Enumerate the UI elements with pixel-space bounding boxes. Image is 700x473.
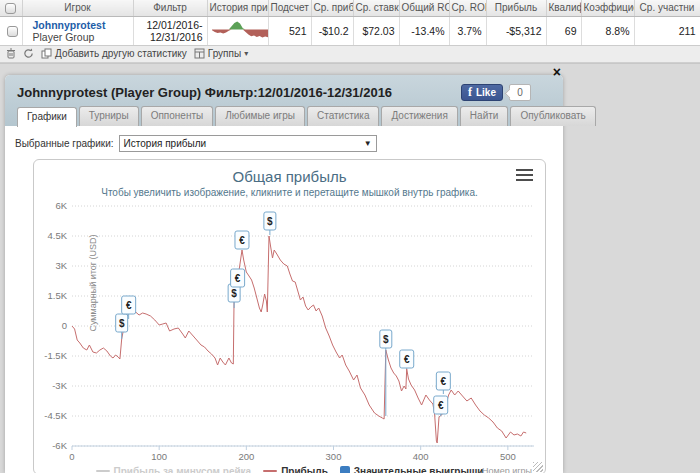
delete-button[interactable]	[6, 48, 16, 59]
close-icon[interactable]: ×	[553, 65, 561, 79]
resize-handle[interactable]	[533, 462, 543, 472]
refresh-button[interactable]	[23, 48, 34, 59]
svg-text:6K: 6K	[55, 200, 67, 211]
profit-chart: Общая прибыль Чтобы увеличить изображени…	[33, 159, 546, 473]
chart-subtitle: Чтобы увеличить изображение, кликните и …	[37, 187, 542, 198]
col-profit: Прибыль	[486, 0, 546, 16]
copy-icon	[41, 48, 52, 59]
legend-square-swatch	[340, 466, 350, 473]
svg-text:1.5K: 1.5K	[47, 290, 67, 301]
player-group-label: Player Group	[33, 31, 129, 43]
svg-text:€: €	[239, 235, 245, 246]
row-checkbox[interactable]	[7, 26, 18, 37]
x-axis-title: Номер игры	[482, 466, 532, 473]
col-ability: Коэффицие	[581, 0, 634, 16]
svg-text:$: $	[231, 288, 237, 299]
svg-text:-1.5K: -1.5K	[44, 350, 67, 361]
col-count: Подсчет	[268, 0, 311, 16]
tab-bar: Графики Турниры Оппоненты Любимые игры С…	[13, 106, 555, 126]
col-player: Игрок	[22, 0, 133, 16]
legend-item-profit-minus-rake[interactable]: Прибыль за минусом рейка	[96, 466, 252, 473]
legend-line-swatch	[263, 470, 277, 472]
add-statistic-button[interactable]: Добавить другую статистику	[41, 48, 187, 59]
y-axis-title: Суммарный итог (USD)	[88, 218, 98, 348]
stats-table-section: Игрок Фильтр История приб Подсчет Ср. пр…	[0, 0, 700, 64]
chart-plot-area[interactable]: 6K4.5K3K1.5K0-1.5K-3K-4.5K-6K01002003004…	[37, 198, 542, 462]
avg-roi-value: 3.7%	[449, 16, 486, 45]
profit-value: -$5,312	[486, 16, 546, 45]
chart-legend: Прибыль за минусом рейка Прибыль Значите…	[37, 463, 542, 473]
player-name-link[interactable]: Johnnyprotest	[33, 19, 129, 31]
facebook-f-icon: f	[468, 85, 472, 100]
tab-statistics[interactable]: Статистика	[307, 106, 380, 126]
like-count-badge: 0	[509, 84, 531, 101]
col-filter: Фильтр	[133, 0, 207, 16]
groups-button[interactable]: Группы ▾	[194, 48, 248, 59]
avg-entrants-value: 211	[634, 16, 700, 45]
graph-select-value: История прибыли	[124, 138, 206, 149]
chevron-down-icon: ▼	[364, 139, 372, 148]
legend-line-swatch	[96, 470, 110, 472]
table-row: Johnnyprotest Player Group 12/01/2016- 1…	[0, 16, 700, 45]
stats-table: Игрок Фильтр История приб Подсчет Ср. пр…	[0, 0, 700, 46]
tab-find[interactable]: Найти	[460, 106, 509, 126]
col-history: История приб	[207, 0, 268, 16]
legend-item-profit[interactable]: Прибыль	[263, 466, 328, 473]
like-label: Like	[476, 87, 496, 98]
selector-label: Выбранные графики:	[15, 138, 114, 149]
svg-text:0: 0	[62, 320, 67, 331]
svg-text:€: €	[404, 354, 410, 365]
filter-date-line1: 12/01/2016-	[138, 19, 203, 31]
panel-header: × f Like 0 Johnnyprotest (Player Group) …	[5, 75, 563, 126]
panel-body: Выбранные графики: История прибыли ▼ Общ…	[5, 126, 563, 473]
tab-favorite-games[interactable]: Любимые игры	[215, 106, 305, 126]
col-avg-stake: Ср. ставк	[353, 0, 399, 16]
legend-item-significant-wins[interactable]: Значительные выигрыши	[340, 466, 484, 473]
tab-achievements[interactable]: Достижения	[381, 106, 457, 126]
col-avg-entrants: Ср. участни	[634, 0, 700, 16]
trash-icon	[6, 48, 16, 59]
col-avg-profit: Ср. приб	[311, 0, 353, 16]
svg-text:€: €	[438, 400, 444, 411]
count-value: 521	[268, 16, 311, 45]
tab-tournaments[interactable]: Турниры	[79, 106, 139, 126]
svg-text:$: $	[119, 318, 125, 329]
groups-caret-icon: ▾	[244, 49, 248, 58]
stats-header-row: Игрок Фильтр История приб Подсчет Ср. пр…	[0, 0, 700, 16]
total-roi-value: -13.4%	[399, 16, 449, 45]
svg-text:€: €	[126, 300, 132, 311]
table-toolbar: Добавить другую статистику Группы ▾	[0, 46, 700, 63]
svg-text:4.5K: 4.5K	[47, 230, 67, 241]
col-total-roi: Общий ROI	[399, 0, 449, 16]
groups-label: Группы	[208, 48, 241, 59]
chart-title: Общая прибыль	[37, 168, 542, 185]
add-statistic-label: Добавить другую статистику	[55, 48, 187, 59]
graph-select[interactable]: История прибыли ▼	[119, 135, 377, 152]
avg-profit-value: -$10.2	[311, 16, 353, 45]
svg-text:400: 400	[413, 451, 429, 462]
filter-date-line2: 12/31/2016	[138, 31, 203, 43]
ability-value: 8.8%	[581, 16, 634, 45]
col-avg-roi: Ср. ROI	[449, 0, 486, 16]
chart-menu-icon[interactable]	[516, 169, 533, 184]
select-all-checkbox[interactable]	[5, 3, 16, 14]
avg-stake-value: $72.03	[353, 16, 399, 45]
svg-text:€: €	[235, 273, 241, 284]
tab-publish[interactable]: Опубликовать	[510, 106, 595, 126]
svg-text:100: 100	[151, 451, 167, 462]
svg-text:0: 0	[69, 451, 74, 462]
player-panel: × f Like 0 Johnnyprotest (Player Group) …	[5, 75, 563, 473]
svg-text:$: $	[267, 216, 273, 227]
facebook-like-widget: f Like 0	[461, 84, 531, 101]
svg-text:200: 200	[238, 451, 254, 462]
tab-opponents[interactable]: Оппоненты	[141, 106, 214, 126]
qualified-value: 69	[546, 16, 581, 45]
svg-text:500: 500	[500, 451, 516, 462]
tab-graphs[interactable]: Графики	[17, 107, 77, 127]
profit-history-sparkline[interactable]	[212, 19, 268, 41]
graph-selector-row: Выбранные графики: История прибыли ▼	[13, 133, 555, 159]
groups-icon	[194, 48, 205, 59]
facebook-like-button[interactable]: f Like	[461, 84, 503, 101]
svg-text:3K: 3K	[55, 260, 67, 271]
svg-text:-3K: -3K	[52, 380, 67, 391]
